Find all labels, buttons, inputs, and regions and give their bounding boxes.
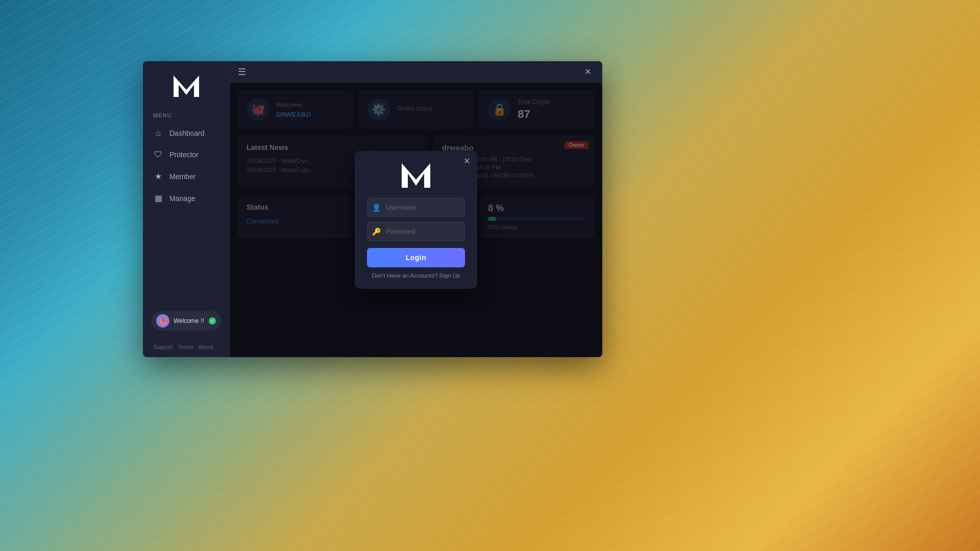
sidebar-item-protector[interactable]: 🛡 Protector bbox=[143, 144, 229, 165]
username-input[interactable] bbox=[367, 198, 465, 217]
support-link[interactable]: Support bbox=[153, 344, 173, 350]
svg-marker-0 bbox=[174, 76, 199, 97]
brand-logo-icon bbox=[174, 76, 199, 97]
terms-link[interactable]: Terms bbox=[178, 344, 193, 350]
signup-link[interactable]: Don't Have an Accounts? Sign Up bbox=[367, 272, 465, 279]
shield-icon: 🛡 bbox=[153, 150, 163, 159]
modal-close-button[interactable]: ✕ bbox=[463, 156, 470, 166]
password-icon: 🔑 bbox=[372, 228, 381, 236]
modal-container: ✕ 👤 🔑 Login Don' bbox=[230, 83, 602, 357]
check-badge-icon: ✓ bbox=[209, 317, 216, 324]
grid-icon: ▦ bbox=[153, 193, 163, 203]
sidebar: Menu ⌂ Dashboard 🛡 Protector ★ Member ▦ … bbox=[143, 61, 230, 357]
avatar: 🐙 bbox=[156, 314, 169, 328]
close-window-button[interactable]: ✕ bbox=[581, 66, 594, 78]
home-icon: ⌂ bbox=[153, 129, 163, 138]
sidebar-links: Support Terms About bbox=[143, 339, 229, 357]
modal-brand-logo-icon bbox=[402, 163, 430, 188]
app-window: Menu ⌂ Dashboard 🛡 Protector ★ Member ▦ … bbox=[143, 61, 602, 357]
sidebar-item-dashboard[interactable]: ⌂ Dashboard bbox=[143, 122, 229, 144]
password-field-group: 🔑 bbox=[367, 222, 465, 241]
sidebar-logo bbox=[143, 61, 229, 107]
user-chip[interactable]: 🐙 Welcome !! ✓ bbox=[151, 311, 221, 331]
modal-logo bbox=[367, 163, 465, 188]
username-icon: 👤 bbox=[372, 204, 381, 212]
sidebar-protector-label: Protector bbox=[169, 151, 199, 159]
sidebar-member-label: Member bbox=[169, 172, 195, 181]
login-button[interactable]: Login bbox=[367, 248, 465, 267]
sidebar-item-member[interactable]: ★ Member bbox=[143, 165, 229, 187]
username-field-group: 👤 bbox=[367, 198, 465, 217]
about-link[interactable]: About bbox=[198, 344, 213, 350]
dashboard: 🐙 Welcome, DRWEABO ⚙️ Online Users bbox=[230, 83, 602, 357]
topbar: ☰ ✕ bbox=[230, 61, 602, 83]
login-modal: ✕ 👤 🔑 Login Don' bbox=[355, 151, 477, 289]
sidebar-manage-label: Manage bbox=[169, 194, 195, 203]
svg-marker-1 bbox=[402, 163, 430, 188]
sidebar-menu-label: Menu bbox=[143, 107, 229, 122]
sidebar-dashboard-label: Dashboard bbox=[169, 129, 205, 137]
sidebar-item-manage[interactable]: ▦ Manage bbox=[143, 187, 229, 209]
hamburger-icon[interactable]: ☰ bbox=[238, 66, 246, 78]
user-chip-label: Welcome !! bbox=[174, 317, 204, 324]
sidebar-footer: 🐙 Welcome !! ✓ bbox=[143, 303, 229, 339]
main-content: ☰ ✕ 🐙 Welcome, DRWEABO ⚙️ bbox=[230, 61, 602, 357]
star-icon: ★ bbox=[153, 171, 163, 181]
password-input[interactable] bbox=[367, 222, 465, 241]
